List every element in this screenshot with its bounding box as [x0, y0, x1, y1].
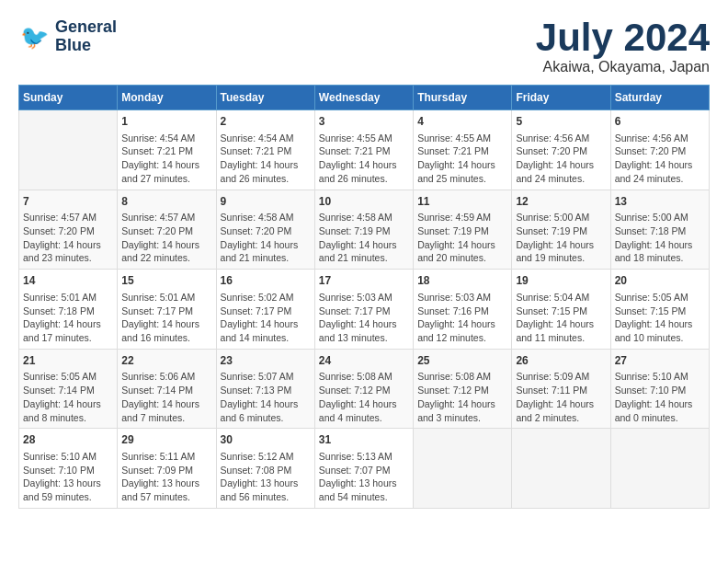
- day-info: Sunrise: 4:55 AM Sunset: 7:21 PM Dayligh…: [319, 132, 409, 186]
- calendar-cell: 21Sunrise: 5:05 AM Sunset: 7:14 PM Dayli…: [19, 349, 118, 429]
- day-info: Sunrise: 5:02 AM Sunset: 7:17 PM Dayligh…: [221, 291, 311, 345]
- weekday-header-wednesday: Wednesday: [314, 86, 413, 110]
- day-info: Sunrise: 4:59 AM Sunset: 7:19 PM Dayligh…: [417, 211, 507, 265]
- day-number: 31: [319, 432, 409, 448]
- calendar-cell: 11Sunrise: 4:59 AM Sunset: 7:19 PM Dayli…: [414, 190, 512, 270]
- day-info: Sunrise: 5:00 AM Sunset: 7:19 PM Dayligh…: [516, 211, 606, 265]
- calendar-cell: 23Sunrise: 5:07 AM Sunset: 7:13 PM Dayli…: [216, 349, 314, 429]
- day-info: Sunrise: 5:07 AM Sunset: 7:13 PM Dayligh…: [221, 370, 311, 424]
- day-info: Sunrise: 5:01 AM Sunset: 7:17 PM Dayligh…: [121, 291, 211, 345]
- day-number: 17: [319, 273, 409, 289]
- calendar-cell: 18Sunrise: 5:03 AM Sunset: 7:16 PM Dayli…: [414, 270, 512, 350]
- day-info: Sunrise: 5:09 AM Sunset: 7:11 PM Dayligh…: [516, 370, 606, 424]
- calendar-cell: 4Sunrise: 4:55 AM Sunset: 7:21 PM Daylig…: [414, 110, 512, 190]
- calendar-cell: 14Sunrise: 5:01 AM Sunset: 7:18 PM Dayli…: [19, 270, 118, 350]
- day-info: Sunrise: 4:58 AM Sunset: 7:20 PM Dayligh…: [221, 211, 311, 265]
- day-number: 7: [23, 194, 113, 210]
- day-info: Sunrise: 5:05 AM Sunset: 7:15 PM Dayligh…: [615, 291, 705, 345]
- day-number: 14: [23, 273, 113, 289]
- calendar-cell: 7Sunrise: 4:57 AM Sunset: 7:20 PM Daylig…: [19, 190, 118, 270]
- weekday-header-friday: Friday: [512, 86, 610, 110]
- day-info: Sunrise: 5:08 AM Sunset: 7:12 PM Dayligh…: [319, 370, 409, 424]
- calendar-title: July 2024: [536, 18, 710, 57]
- day-info: Sunrise: 5:04 AM Sunset: 7:15 PM Dayligh…: [516, 291, 606, 345]
- day-info: Sunrise: 5:08 AM Sunset: 7:12 PM Dayligh…: [417, 370, 507, 424]
- calendar-cell: [512, 429, 610, 509]
- day-number: 30: [221, 432, 311, 448]
- day-number: 20: [615, 273, 705, 289]
- calendar-cell: 17Sunrise: 5:03 AM Sunset: 7:17 PM Dayli…: [314, 270, 413, 350]
- calendar-week-row: 21Sunrise: 5:05 AM Sunset: 7:14 PM Dayli…: [19, 349, 710, 429]
- logo-icon: 🐦: [18, 20, 51, 53]
- title-block: July 2024 Akaiwa, Okayama, Japan: [536, 18, 710, 75]
- day-number: 26: [516, 353, 606, 369]
- day-info: Sunrise: 4:56 AM Sunset: 7:20 PM Dayligh…: [516, 132, 606, 186]
- day-info: Sunrise: 4:54 AM Sunset: 7:21 PM Dayligh…: [221, 132, 311, 186]
- day-number: 11: [417, 194, 507, 210]
- day-number: 16: [221, 273, 311, 289]
- logo: 🐦 General Blue: [18, 18, 117, 55]
- day-info: Sunrise: 5:00 AM Sunset: 7:18 PM Dayligh…: [615, 211, 705, 265]
- day-number: 2: [221, 114, 311, 130]
- day-info: Sunrise: 5:10 AM Sunset: 7:10 PM Dayligh…: [615, 370, 705, 424]
- calendar-cell: 26Sunrise: 5:09 AM Sunset: 7:11 PM Dayli…: [512, 349, 610, 429]
- calendar-table: SundayMondayTuesdayWednesdayThursdayFrid…: [18, 85, 710, 509]
- calendar-cell: 30Sunrise: 5:12 AM Sunset: 7:08 PM Dayli…: [216, 429, 314, 509]
- day-number: 13: [615, 194, 705, 210]
- weekday-header-sunday: Sunday: [19, 86, 118, 110]
- calendar-cell: 13Sunrise: 5:00 AM Sunset: 7:18 PM Dayli…: [610, 190, 709, 270]
- calendar-cell: 20Sunrise: 5:05 AM Sunset: 7:15 PM Dayli…: [610, 270, 709, 350]
- calendar-cell: 9Sunrise: 4:58 AM Sunset: 7:20 PM Daylig…: [216, 190, 314, 270]
- day-number: 28: [23, 432, 113, 448]
- calendar-week-row: 28Sunrise: 5:10 AM Sunset: 7:10 PM Dayli…: [19, 429, 710, 509]
- page-header: 🐦 General Blue July 2024 Akaiwa, Okayama…: [18, 18, 710, 75]
- calendar-cell: 15Sunrise: 5:01 AM Sunset: 7:17 PM Dayli…: [118, 270, 216, 350]
- calendar-cell: 12Sunrise: 5:00 AM Sunset: 7:19 PM Dayli…: [512, 190, 610, 270]
- day-info: Sunrise: 5:01 AM Sunset: 7:18 PM Dayligh…: [23, 291, 113, 345]
- day-info: Sunrise: 5:13 AM Sunset: 7:07 PM Dayligh…: [319, 450, 409, 504]
- day-number: 23: [221, 353, 311, 369]
- calendar-cell: 29Sunrise: 5:11 AM Sunset: 7:09 PM Dayli…: [118, 429, 216, 509]
- calendar-cell: 3Sunrise: 4:55 AM Sunset: 7:21 PM Daylig…: [314, 110, 413, 190]
- day-number: 4: [417, 114, 507, 130]
- day-number: 5: [516, 114, 606, 130]
- calendar-cell: 25Sunrise: 5:08 AM Sunset: 7:12 PM Dayli…: [414, 349, 512, 429]
- day-info: Sunrise: 5:03 AM Sunset: 7:17 PM Dayligh…: [319, 291, 409, 345]
- calendar-week-row: 1Sunrise: 4:54 AM Sunset: 7:21 PM Daylig…: [19, 110, 710, 190]
- calendar-cell: 24Sunrise: 5:08 AM Sunset: 7:12 PM Dayli…: [314, 349, 413, 429]
- calendar-cell: 10Sunrise: 4:58 AM Sunset: 7:19 PM Dayli…: [314, 190, 413, 270]
- day-number: 27: [615, 353, 705, 369]
- calendar-cell: [19, 110, 118, 190]
- day-info: Sunrise: 4:55 AM Sunset: 7:21 PM Dayligh…: [417, 132, 507, 186]
- weekday-header-monday: Monday: [118, 86, 216, 110]
- day-number: 6: [615, 114, 705, 130]
- calendar-cell: 1Sunrise: 4:54 AM Sunset: 7:21 PM Daylig…: [118, 110, 216, 190]
- day-info: Sunrise: 5:11 AM Sunset: 7:09 PM Dayligh…: [121, 450, 211, 504]
- day-info: Sunrise: 4:56 AM Sunset: 7:20 PM Dayligh…: [615, 132, 705, 186]
- calendar-cell: 22Sunrise: 5:06 AM Sunset: 7:14 PM Dayli…: [118, 349, 216, 429]
- day-info: Sunrise: 4:57 AM Sunset: 7:20 PM Dayligh…: [23, 211, 113, 265]
- day-info: Sunrise: 5:03 AM Sunset: 7:16 PM Dayligh…: [417, 291, 507, 345]
- day-number: 9: [221, 194, 311, 210]
- calendar-cell: 28Sunrise: 5:10 AM Sunset: 7:10 PM Dayli…: [19, 429, 118, 509]
- day-number: 3: [319, 114, 409, 130]
- day-number: 19: [516, 273, 606, 289]
- calendar-cell: 5Sunrise: 4:56 AM Sunset: 7:20 PM Daylig…: [512, 110, 610, 190]
- calendar-cell: 2Sunrise: 4:54 AM Sunset: 7:21 PM Daylig…: [216, 110, 314, 190]
- day-number: 12: [516, 194, 606, 210]
- day-number: 8: [121, 194, 211, 210]
- weekday-header-tuesday: Tuesday: [216, 86, 314, 110]
- weekday-header-row: SundayMondayTuesdayWednesdayThursdayFrid…: [19, 86, 710, 110]
- day-info: Sunrise: 4:57 AM Sunset: 7:20 PM Dayligh…: [121, 211, 211, 265]
- day-number: 15: [121, 273, 211, 289]
- day-number: 25: [417, 353, 507, 369]
- calendar-cell: 16Sunrise: 5:02 AM Sunset: 7:17 PM Dayli…: [216, 270, 314, 350]
- calendar-cell: [414, 429, 512, 509]
- calendar-location: Akaiwa, Okayama, Japan: [536, 59, 710, 75]
- day-number: 21: [23, 353, 113, 369]
- svg-text:🐦: 🐦: [20, 23, 50, 52]
- day-number: 10: [319, 194, 409, 210]
- weekday-header-thursday: Thursday: [414, 86, 512, 110]
- weekday-header-saturday: Saturday: [610, 86, 709, 110]
- day-number: 24: [319, 353, 409, 369]
